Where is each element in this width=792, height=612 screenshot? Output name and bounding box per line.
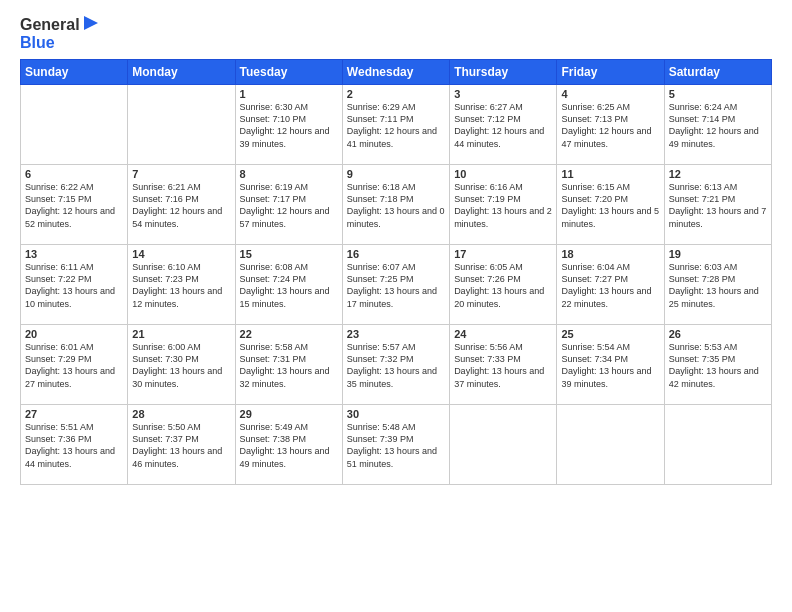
logo-container: General Blue [20, 16, 98, 51]
calendar-cell: 22Sunrise: 5:58 AM Sunset: 7:31 PM Dayli… [235, 325, 342, 405]
calendar-cell: 2Sunrise: 6:29 AM Sunset: 7:11 PM Daylig… [342, 85, 449, 165]
calendar-cell: 25Sunrise: 5:54 AM Sunset: 7:34 PM Dayli… [557, 325, 664, 405]
calendar-cell: 26Sunrise: 5:53 AM Sunset: 7:35 PM Dayli… [664, 325, 771, 405]
calendar-cell: 3Sunrise: 6:27 AM Sunset: 7:12 PM Daylig… [450, 85, 557, 165]
day-number: 25 [561, 328, 659, 340]
day-number: 11 [561, 168, 659, 180]
day-number: 24 [454, 328, 552, 340]
calendar-cell: 6Sunrise: 6:22 AM Sunset: 7:15 PM Daylig… [21, 165, 128, 245]
header-row: SundayMondayTuesdayWednesdayThursdayFrid… [21, 60, 772, 85]
calendar-cell: 14Sunrise: 6:10 AM Sunset: 7:23 PM Dayli… [128, 245, 235, 325]
calendar-cell: 20Sunrise: 6:01 AM Sunset: 7:29 PM Dayli… [21, 325, 128, 405]
day-number: 21 [132, 328, 230, 340]
day-info: Sunrise: 6:10 AM Sunset: 7:23 PM Dayligh… [132, 261, 230, 310]
day-info: Sunrise: 6:22 AM Sunset: 7:15 PM Dayligh… [25, 181, 123, 230]
calendar-cell: 15Sunrise: 6:08 AM Sunset: 7:24 PM Dayli… [235, 245, 342, 325]
calendar-cell: 24Sunrise: 5:56 AM Sunset: 7:33 PM Dayli… [450, 325, 557, 405]
logo-blue: Blue [20, 34, 98, 52]
calendar-cell: 1Sunrise: 6:30 AM Sunset: 7:10 PM Daylig… [235, 85, 342, 165]
day-info: Sunrise: 6:05 AM Sunset: 7:26 PM Dayligh… [454, 261, 552, 310]
day-info: Sunrise: 6:03 AM Sunset: 7:28 PM Dayligh… [669, 261, 767, 310]
day-number: 30 [347, 408, 445, 420]
day-number: 10 [454, 168, 552, 180]
day-number: 8 [240, 168, 338, 180]
calendar-cell: 30Sunrise: 5:48 AM Sunset: 7:39 PM Dayli… [342, 405, 449, 485]
day-info: Sunrise: 6:29 AM Sunset: 7:11 PM Dayligh… [347, 101, 445, 150]
calendar-cell [557, 405, 664, 485]
day-info: Sunrise: 6:11 AM Sunset: 7:22 PM Dayligh… [25, 261, 123, 310]
day-info: Sunrise: 6:27 AM Sunset: 7:12 PM Dayligh… [454, 101, 552, 150]
calendar-cell: 13Sunrise: 6:11 AM Sunset: 7:22 PM Dayli… [21, 245, 128, 325]
day-info: Sunrise: 5:49 AM Sunset: 7:38 PM Dayligh… [240, 421, 338, 470]
calendar-cell: 29Sunrise: 5:49 AM Sunset: 7:38 PM Dayli… [235, 405, 342, 485]
day-number: 19 [669, 248, 767, 260]
day-number: 7 [132, 168, 230, 180]
page: General Blue SundayMondayTuesdayWednesda… [0, 0, 792, 612]
header-wednesday: Wednesday [342, 60, 449, 85]
day-info: Sunrise: 5:50 AM Sunset: 7:37 PM Dayligh… [132, 421, 230, 470]
day-info: Sunrise: 6:19 AM Sunset: 7:17 PM Dayligh… [240, 181, 338, 230]
day-number: 2 [347, 88, 445, 100]
logo-general: General [20, 16, 98, 34]
calendar-cell: 17Sunrise: 6:05 AM Sunset: 7:26 PM Dayli… [450, 245, 557, 325]
week-row-5: 27Sunrise: 5:51 AM Sunset: 7:36 PM Dayli… [21, 405, 772, 485]
day-number: 12 [669, 168, 767, 180]
calendar-cell: 18Sunrise: 6:04 AM Sunset: 7:27 PM Dayli… [557, 245, 664, 325]
day-number: 3 [454, 88, 552, 100]
day-info: Sunrise: 5:54 AM Sunset: 7:34 PM Dayligh… [561, 341, 659, 390]
calendar-cell: 21Sunrise: 6:00 AM Sunset: 7:30 PM Dayli… [128, 325, 235, 405]
calendar-cell: 9Sunrise: 6:18 AM Sunset: 7:18 PM Daylig… [342, 165, 449, 245]
day-info: Sunrise: 6:24 AM Sunset: 7:14 PM Dayligh… [669, 101, 767, 150]
week-row-4: 20Sunrise: 6:01 AM Sunset: 7:29 PM Dayli… [21, 325, 772, 405]
day-info: Sunrise: 6:00 AM Sunset: 7:30 PM Dayligh… [132, 341, 230, 390]
header: General Blue [20, 16, 772, 51]
week-row-1: 1Sunrise: 6:30 AM Sunset: 7:10 PM Daylig… [21, 85, 772, 165]
day-number: 4 [561, 88, 659, 100]
header-sunday: Sunday [21, 60, 128, 85]
calendar-cell: 7Sunrise: 6:21 AM Sunset: 7:16 PM Daylig… [128, 165, 235, 245]
week-row-3: 13Sunrise: 6:11 AM Sunset: 7:22 PM Dayli… [21, 245, 772, 325]
day-number: 14 [132, 248, 230, 260]
day-info: Sunrise: 6:07 AM Sunset: 7:25 PM Dayligh… [347, 261, 445, 310]
day-number: 23 [347, 328, 445, 340]
header-saturday: Saturday [664, 60, 771, 85]
day-number: 9 [347, 168, 445, 180]
calendar-cell: 12Sunrise: 6:13 AM Sunset: 7:21 PM Dayli… [664, 165, 771, 245]
day-info: Sunrise: 5:56 AM Sunset: 7:33 PM Dayligh… [454, 341, 552, 390]
day-number: 17 [454, 248, 552, 260]
calendar-cell: 5Sunrise: 6:24 AM Sunset: 7:14 PM Daylig… [664, 85, 771, 165]
calendar-cell: 19Sunrise: 6:03 AM Sunset: 7:28 PM Dayli… [664, 245, 771, 325]
calendar-cell: 8Sunrise: 6:19 AM Sunset: 7:17 PM Daylig… [235, 165, 342, 245]
day-info: Sunrise: 5:57 AM Sunset: 7:32 PM Dayligh… [347, 341, 445, 390]
day-info: Sunrise: 5:53 AM Sunset: 7:35 PM Dayligh… [669, 341, 767, 390]
calendar-cell: 4Sunrise: 6:25 AM Sunset: 7:13 PM Daylig… [557, 85, 664, 165]
day-number: 5 [669, 88, 767, 100]
day-info: Sunrise: 5:58 AM Sunset: 7:31 PM Dayligh… [240, 341, 338, 390]
day-number: 16 [347, 248, 445, 260]
day-number: 28 [132, 408, 230, 420]
week-row-2: 6Sunrise: 6:22 AM Sunset: 7:15 PM Daylig… [21, 165, 772, 245]
day-number: 13 [25, 248, 123, 260]
day-number: 27 [25, 408, 123, 420]
calendar-cell: 16Sunrise: 6:07 AM Sunset: 7:25 PM Dayli… [342, 245, 449, 325]
day-number: 6 [25, 168, 123, 180]
calendar-cell [450, 405, 557, 485]
header-friday: Friday [557, 60, 664, 85]
calendar-cell: 23Sunrise: 5:57 AM Sunset: 7:32 PM Dayli… [342, 325, 449, 405]
calendar-cell: 28Sunrise: 5:50 AM Sunset: 7:37 PM Dayli… [128, 405, 235, 485]
calendar-cell [664, 405, 771, 485]
day-number: 15 [240, 248, 338, 260]
calendar-cell: 10Sunrise: 6:16 AM Sunset: 7:19 PM Dayli… [450, 165, 557, 245]
calendar-cell [21, 85, 128, 165]
calendar-cell [128, 85, 235, 165]
day-number: 20 [25, 328, 123, 340]
day-info: Sunrise: 6:21 AM Sunset: 7:16 PM Dayligh… [132, 181, 230, 230]
day-number: 29 [240, 408, 338, 420]
day-number: 18 [561, 248, 659, 260]
day-info: Sunrise: 6:08 AM Sunset: 7:24 PM Dayligh… [240, 261, 338, 310]
day-number: 26 [669, 328, 767, 340]
day-info: Sunrise: 6:18 AM Sunset: 7:18 PM Dayligh… [347, 181, 445, 230]
day-info: Sunrise: 6:01 AM Sunset: 7:29 PM Dayligh… [25, 341, 123, 390]
day-info: Sunrise: 6:13 AM Sunset: 7:21 PM Dayligh… [669, 181, 767, 230]
svg-marker-0 [84, 16, 98, 30]
